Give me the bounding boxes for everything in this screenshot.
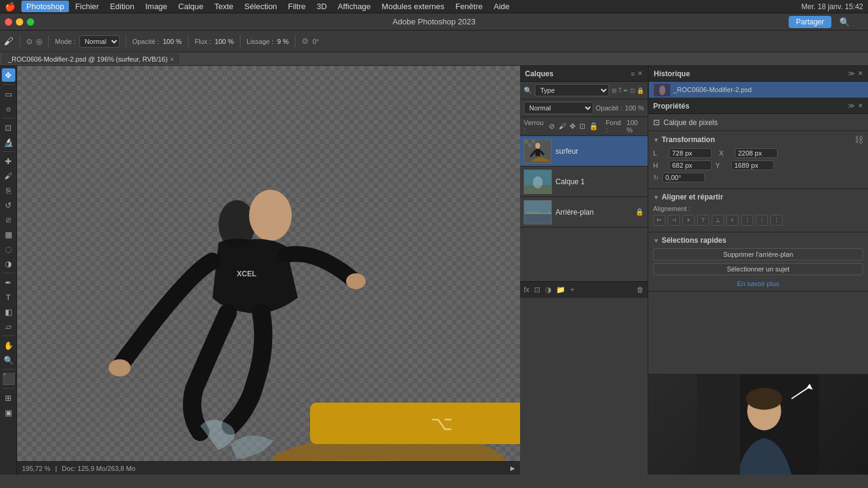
svg-text:XCEL: XCEL — [237, 270, 256, 278]
align-right-edges[interactable]: ⊧ — [682, 215, 695, 226]
menu-modules[interactable]: Modules externes — [377, 1, 449, 12]
menu-calque[interactable]: Calque — [173, 1, 208, 12]
learn-more-link[interactable]: En savoir plus — [653, 280, 863, 287]
align-header[interactable]: ▼ Aligner et répartir — [653, 193, 863, 201]
tab-close-icon[interactable]: × — [170, 56, 174, 63]
history-panel-header: Historique ≫ ✕ — [649, 66, 868, 82]
history-close-icon[interactable]: ✕ — [858, 70, 863, 77]
align-left-edges[interactable]: ⊢ — [653, 215, 665, 226]
mode-select[interactable]: Normal — [79, 35, 120, 48]
layers-blend-select[interactable]: Normal — [524, 102, 593, 114]
add-layer-button[interactable]: + — [570, 285, 574, 294]
menu-fenetre[interactable]: Fenêtre — [450, 1, 488, 12]
path-select-tool[interactable]: ◧ — [2, 305, 15, 318]
select-subject-button[interactable]: Sélectionner un sujet — [653, 263, 863, 275]
shape-tool[interactable]: ▱ — [2, 320, 15, 333]
move-tool[interactable]: ✥ — [2, 68, 15, 82]
fullscreen-button[interactable] — [27, 18, 34, 26]
rectangular-select-tool[interactable]: ▭ — [2, 87, 15, 101]
align-center-horizontal[interactable]: ⊥ — [712, 215, 724, 226]
search-icon[interactable]: 🔍 — [839, 17, 850, 27]
menu-edition[interactable]: Edition — [105, 1, 139, 12]
menu-image[interactable]: Image — [140, 1, 172, 12]
align-top-edges[interactable]: ⊤ — [697, 215, 709, 226]
screen-mode-tool[interactable]: ▣ — [2, 406, 15, 419]
apple-menu[interactable]: 🍎 — [5, 2, 15, 12]
align-bottom-edges[interactable]: ⊦ — [726, 215, 739, 226]
layer-item-calque1[interactable]: Calque 1 — [520, 167, 648, 197]
crop-tool[interactable]: ⊡ — [2, 121, 15, 134]
align-center-vertical[interactable]: ⊣ — [668, 215, 680, 226]
history-item-label: _ROC0606-Modifier-2.psd — [673, 86, 751, 93]
settings-icon[interactable]: ⚙ — [302, 37, 309, 46]
menu-selection[interactable]: Sélection — [239, 1, 281, 12]
dodge-tool[interactable]: ◑ — [2, 257, 15, 270]
brush-tool[interactable]: 🖌 — [2, 169, 15, 182]
history-expand-icon[interactable]: ≫ — [848, 70, 855, 77]
fx-button[interactable]: fx — [524, 285, 529, 294]
lock-artboard-icon[interactable]: ⊡ — [579, 122, 585, 131]
pen-tool[interactable]: ✒ — [2, 276, 15, 289]
history-item-0[interactable]: _ROC0606-Modifier-2.psd — [649, 82, 868, 98]
transformation-header[interactable]: ▼ Transformation ⛓ — [653, 135, 863, 145]
clone-stamp-tool[interactable]: ⎘ — [2, 184, 15, 197]
h-value[interactable]: 682 px — [669, 160, 712, 170]
menu-affichage[interactable]: Affichage — [333, 1, 375, 12]
eraser-tool[interactable]: ⎚ — [2, 213, 15, 226]
hand-tool[interactable]: ✋ — [2, 339, 15, 352]
add-adjustment-button[interactable]: ◑ — [545, 285, 551, 294]
healing-brush-tool[interactable]: ✚ — [2, 154, 15, 168]
text-tool[interactable]: T — [2, 290, 15, 304]
layers-panel-collapse[interactable]: ≡ — [631, 70, 635, 77]
chain-link-icon[interactable]: ⛓ — [855, 135, 863, 145]
distribute-left[interactable]: ⋮ — [741, 215, 753, 226]
lock-all-icon[interactable]: 🔒 — [589, 122, 598, 131]
layer-item-arriere-plan[interactable]: Arrière-plan 🔒 — [520, 197, 648, 228]
layers-type-select[interactable]: Type — [535, 84, 609, 96]
menu-filtre[interactable]: Filtre — [283, 1, 311, 12]
share-button[interactable]: Partager — [789, 16, 831, 28]
lock-transparent-icon[interactable]: ⊘ — [549, 122, 555, 131]
gradient-tool[interactable]: ▦ — [2, 228, 15, 241]
layer-item-surfeur[interactable]: surfeur — [520, 136, 648, 167]
minimize-button[interactable] — [16, 18, 23, 26]
eyedropper-tool[interactable]: 🔬 — [2, 135, 15, 149]
blur-tool[interactable]: ◌ — [2, 242, 15, 256]
svg-point-1 — [249, 190, 292, 241]
angle-value[interactable]: 0,00° — [662, 173, 705, 182]
y-value[interactable]: 1689 px — [731, 160, 774, 170]
lock-move-icon[interactable]: ✥ — [570, 122, 576, 131]
menu-aide[interactable]: Aide — [489, 1, 515, 12]
add-folder-button[interactable]: 📁 — [556, 285, 565, 294]
add-mask-button[interactable]: ⊡ — [534, 285, 540, 294]
menu-3d[interactable]: 3D — [312, 1, 332, 12]
lock-paint-icon[interactable]: 🖌 — [559, 122, 566, 131]
close-button[interactable] — [5, 18, 12, 26]
distribute-right[interactable]: ⋮ — [770, 215, 783, 226]
lasso-tool[interactable]: ⌾ — [2, 102, 15, 115]
menu-texte[interactable]: Texte — [209, 1, 238, 12]
x-value[interactable]: 2208 px — [735, 148, 778, 158]
delete-layer-button[interactable]: 🗑 — [637, 285, 644, 294]
properties-close-icon[interactable]: ✕ — [858, 102, 863, 110]
history-brush-tool[interactable]: ↺ — [2, 198, 15, 212]
menu-photoshop[interactable]: Photoshop — [21, 1, 69, 12]
prop-transformation-section: ▼ Transformation ⛓ L 728 px X 2208 px H … — [648, 131, 868, 189]
quick-mask-tool[interactable]: ⊞ — [2, 391, 15, 404]
scroll-arrow[interactable]: ▶ — [510, 465, 515, 472]
foreground-bg-color[interactable]: ⬛ — [2, 372, 15, 386]
svg-rect-11 — [535, 149, 540, 156]
layers-panel-close[interactable]: ✕ — [637, 70, 643, 77]
distribute-center[interactable]: ⋮ — [756, 215, 768, 226]
canvas-area[interactable]: XCEL ⌥ 195,72 % | Doc: 125,9 Mo/263,8 Mo… — [17, 66, 520, 475]
layers-icons-row: ⊞ T ✒ ⊡ 🔒 — [612, 87, 644, 94]
l-value[interactable]: 728 px — [669, 148, 712, 158]
quick-select-header[interactable]: ▼ Sélections rapides — [653, 236, 863, 245]
zoom-tool[interactable]: 🔍 — [2, 353, 15, 367]
properties-expand-icon[interactable]: ≫ — [848, 102, 855, 110]
active-tab[interactable]: _ROC0606-Modifier-2.psd @ 196% (surfeur,… — [2, 54, 179, 64]
toolbar-divider-1 — [20, 35, 20, 48]
remove-bg-button[interactable]: Supprimer l'arrière-plan — [653, 248, 863, 260]
menu-fichier[interactable]: Fichier — [70, 1, 104, 12]
svg-rect-7 — [532, 140, 535, 143]
